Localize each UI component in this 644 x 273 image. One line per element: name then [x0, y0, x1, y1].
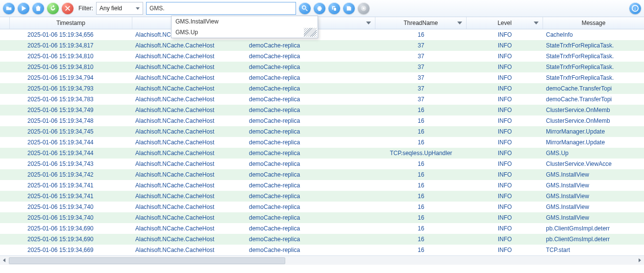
table-row[interactable]: 2025-01-06 15:19:34,740Alachisoft.NCache… — [0, 212, 644, 223]
refresh-button[interactable] — [47, 2, 59, 14]
table-row[interactable]: 2025-01-06 15:19:34,794Alachisoft.NCache… — [0, 72, 644, 83]
scroll-thumb[interactable] — [9, 257, 285, 264]
cell-timestamp: 2025-01-06 15:19:34,748 — [10, 117, 132, 124]
cell-level: INFO — [467, 31, 543, 38]
cell-level: INFO — [467, 42, 543, 49]
col-linenum[interactable] — [0, 17, 10, 29]
cell-timestamp: 2025-01-06 15:19:34,742 — [10, 171, 132, 178]
cell-process: Alachisoft.NCache.CacheHost — [132, 117, 246, 124]
cell-level: INFO — [467, 236, 543, 243]
filter-dropdown-icon[interactable] — [366, 22, 371, 24]
table-row[interactable]: 2025-01-06 15:19:34,810Alachisoft.NCache… — [0, 51, 644, 62]
cell-name: demoCache-replica — [246, 171, 375, 178]
resize-handle[interactable] — [304, 28, 317, 37]
table-row[interactable]: 2025-01-06 15:19:34,743Alachisoft.NCache… — [0, 159, 644, 169]
cell-level: INFO — [467, 128, 543, 135]
filter-dropdown-icon[interactable] — [534, 22, 539, 24]
filter-dropdown-icon[interactable] — [457, 22, 462, 24]
cell-process: Alachisoft.NCache.CacheHost — [132, 204, 246, 210]
cell-thread: 37 — [375, 74, 467, 81]
cell-timestamp: 2025-01-06 15:19:34,794 — [10, 74, 132, 81]
cell-timestamp: 2025-01-06 15:19:34,745 — [10, 128, 132, 135]
info-button[interactable]: i — [629, 2, 641, 14]
cell-message: GMS.InstallView — [543, 171, 644, 178]
cell-thread: 16 — [375, 160, 467, 167]
cell-name: demoCache-replica — [246, 64, 375, 70]
cell-level: INFO — [467, 171, 543, 178]
clear-button[interactable] — [32, 2, 44, 14]
cell-name: demoCache-replica — [246, 53, 375, 60]
cell-message: StateTrxfrForReplicaTask. — [543, 74, 644, 81]
table-row[interactable]: 2025-01-06 15:19:34,740Alachisoft.NCache… — [0, 202, 644, 212]
col-level[interactable]: Level — [467, 17, 543, 29]
table-row[interactable]: 2025-01-06 15:19:34,744Alachisoft.NCache… — [0, 148, 644, 159]
table-row[interactable]: 2025-01-06 15:19:34,745Alachisoft.NCache… — [0, 126, 644, 137]
cell-message: ClusterService.OnMemb — [543, 107, 644, 114]
cell-message: CacheInfo — [543, 31, 644, 38]
autocomplete-item[interactable]: GMS.Up — [172, 27, 318, 38]
table-row[interactable]: 2025-01-06 15:19:34,690Alachisoft.NCache… — [0, 223, 644, 234]
table-row[interactable]: 2025-01-06 15:19:34,656Alachisoft.NCach1… — [0, 29, 644, 40]
cell-level: INFO — [467, 74, 543, 81]
table-row[interactable]: 2025-01-06 15:19:34,817Alachisoft.NCache… — [0, 40, 644, 51]
stop-button[interactable] — [62, 2, 74, 14]
cell-thread: 16 — [375, 128, 467, 135]
copy-button[interactable] — [328, 2, 340, 14]
table-row[interactable]: 2025-01-06 15:19:34,810Alachisoft.NCache… — [0, 62, 644, 72]
grid-header: Timestamp P ame ThreadName Level Message — [0, 17, 644, 29]
cell-name: demoCache-replica — [246, 160, 375, 167]
cell-level: INFO — [467, 53, 543, 60]
cell-thread: 16 — [375, 182, 467, 189]
cell-timestamp: 2025-01-06 15:19:34,749 — [10, 107, 132, 114]
cell-message: TCP.start — [543, 247, 644, 253]
cell-name: demoCache-replica — [246, 128, 375, 135]
cell-message: MirrorManager.Update — [543, 128, 644, 135]
autocomplete-item[interactable]: GMS.InstallView — [172, 16, 318, 27]
col-message[interactable]: Message — [543, 17, 644, 29]
cell-process: Alachisoft.NCache.CacheHost — [132, 214, 246, 221]
export-button[interactable] — [343, 2, 355, 14]
scroll-left-button[interactable] — [0, 256, 9, 264]
cell-name: demoCache-replica — [246, 236, 375, 243]
table-row[interactable]: 2025-01-06 15:19:34,741Alachisoft.NCache… — [0, 191, 644, 202]
field-select[interactable]: Any field — [96, 2, 143, 15]
table-row[interactable]: 2025-01-06 15:19:34,741Alachisoft.NCache… — [0, 180, 644, 191]
cell-process: Alachisoft.NCache.CacheHost — [132, 171, 246, 178]
cell-message: GMS.InstallView — [543, 214, 644, 221]
cell-timestamp: 2025-01-06 15:19:34,744 — [10, 150, 132, 157]
table-row[interactable]: 2025-01-06 15:19:34,783Alachisoft.NCache… — [0, 94, 644, 105]
filter-input[interactable] — [146, 2, 296, 15]
cell-process: Alachisoft.NCache.CacheHost — [132, 182, 246, 189]
cell-timestamp: 2025-01-06 15:19:34,793 — [10, 85, 132, 92]
col-timestamp[interactable]: Timestamp — [10, 17, 132, 29]
toolbar: Filter: Any field i — [0, 0, 644, 17]
cell-level: INFO — [467, 225, 543, 232]
table-row[interactable]: 2025-01-06 15:19:34,690Alachisoft.NCache… — [0, 234, 644, 245]
cell-level: INFO — [467, 85, 543, 92]
scroll-track[interactable] — [9, 257, 635, 263]
cell-level: INFO — [467, 160, 543, 167]
cell-level: INFO — [467, 64, 543, 70]
cell-message: MirrorManager.Update — [543, 139, 644, 146]
table-row[interactable]: 2025-01-06 15:19:34,669Alachisoft.NCache… — [0, 245, 644, 255]
table-row[interactable]: 2025-01-06 15:19:34,748Alachisoft.NCache… — [0, 115, 644, 126]
settings-button[interactable] — [358, 2, 370, 14]
col-thread[interactable]: ThreadName — [375, 17, 467, 29]
table-row[interactable]: 2025-01-06 15:19:34,742Alachisoft.NCache… — [0, 169, 644, 180]
grid-body: 2025-01-06 15:19:34,656Alachisoft.NCach1… — [0, 29, 644, 255]
cell-message: StateTrxfrForReplicaTask. — [543, 42, 644, 49]
open-button[interactable] — [3, 2, 15, 14]
print-button[interactable] — [314, 2, 325, 14]
cell-name: demoCache-replica — [246, 85, 375, 92]
horizontal-scrollbar[interactable] — [0, 255, 644, 265]
cell-thread: 16 — [375, 236, 467, 243]
play-button[interactable] — [18, 2, 29, 14]
search-button[interactable] — [299, 2, 311, 14]
cell-timestamp: 2025-01-06 15:19:34,690 — [10, 236, 132, 243]
table-row[interactable]: 2025-01-06 15:19:34,749Alachisoft.NCache… — [0, 105, 644, 115]
table-row[interactable]: 2025-01-06 15:19:34,744Alachisoft.NCache… — [0, 137, 644, 148]
table-row[interactable]: 2025-01-06 15:19:34,793Alachisoft.NCache… — [0, 83, 644, 94]
cell-name: demoCache-replica — [246, 74, 375, 81]
cell-process: Alachisoft.NCache.CacheHost — [132, 193, 246, 200]
scroll-right-button[interactable] — [635, 256, 644, 264]
